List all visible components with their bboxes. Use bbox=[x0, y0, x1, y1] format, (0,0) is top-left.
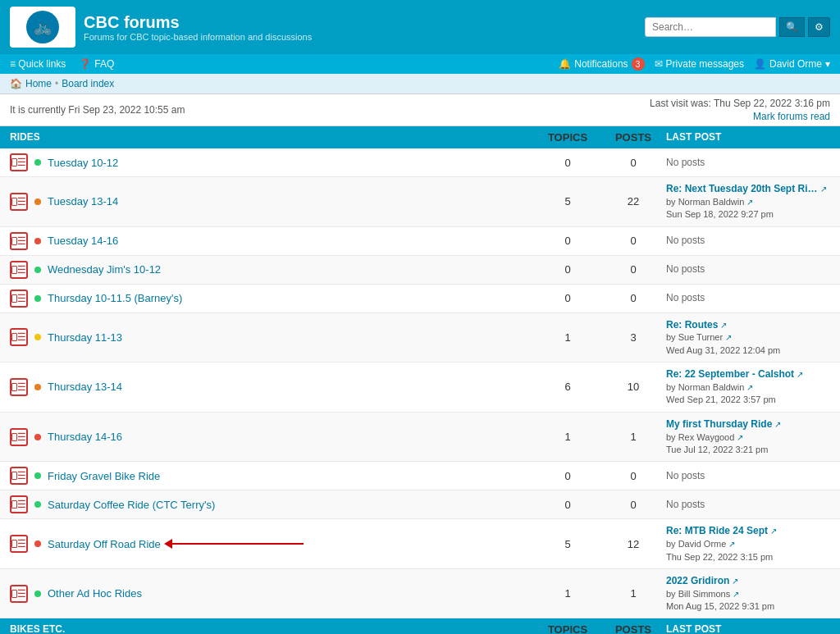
forum-link[interactable]: Tuesday 10-12 bbox=[48, 157, 118, 169]
table-row: ☰Friday Gravel Bike Ride00No posts bbox=[0, 462, 840, 490]
forum-last-post: Re: Routes ↗ by Sue Turner ↗ Wed Aug 31,… bbox=[666, 318, 830, 358]
status-dot bbox=[34, 472, 41, 479]
forum-last-post: No posts bbox=[666, 156, 830, 170]
forum-topics-count: 0 bbox=[535, 499, 600, 511]
forum-posts-count: 0 bbox=[600, 157, 666, 169]
forum-link[interactable]: Thursday 10-11.5 (Barney's) bbox=[48, 292, 182, 304]
forum-link[interactable]: Thursday 14-16 bbox=[48, 431, 122, 443]
status-dot bbox=[34, 434, 41, 440]
forum-link[interactable]: Friday Gravel Bike Ride bbox=[48, 470, 160, 482]
forum-link[interactable]: Saturday Coffee Ride (CTC Terry's) bbox=[48, 499, 215, 511]
table-row: ☰Tuesday 13-14522 Re: Next Tuesday 20th … bbox=[0, 177, 840, 227]
section-posts-header: POSTS bbox=[600, 131, 666, 144]
forum-link[interactable]: Thursday 13-14 bbox=[48, 381, 122, 393]
last-post-date: Thu Sep 22, 2022 3:15 pm bbox=[666, 551, 830, 563]
mark-forums-read-button[interactable]: Mark forums read bbox=[753, 111, 830, 122]
forum-name: Saturday Off Road Ride bbox=[48, 538, 161, 550]
user-menu[interactable]: 👤 David Orme ▾ bbox=[754, 58, 830, 70]
forum-name-cell: ☰Saturday Coffee Ride (CTC Terry's) bbox=[10, 495, 535, 513]
forum-name: Other Ad Hoc Rides bbox=[48, 587, 142, 600]
navbar: ≡ Quick links ❓ FAQ 🔔 Notifications 3 ✉ … bbox=[0, 54, 840, 74]
forum-last-post: No posts bbox=[666, 291, 830, 305]
table-row: ☰Thursday 13-14610 Re: 22 September - Ca… bbox=[0, 363, 840, 413]
forum-topics-count: 1 bbox=[535, 587, 600, 600]
section-topics-header: TOPICS bbox=[535, 131, 600, 144]
home-link[interactable]: Home bbox=[25, 78, 52, 89]
no-posts-label: No posts bbox=[666, 235, 705, 246]
infobar: It is currently Fri Sep 23, 2022 10:55 a… bbox=[0, 94, 840, 126]
advanced-search-button[interactable]: ⚙ bbox=[808, 17, 830, 37]
forum-last-post: Re: Next Tuesday 20th Sept Ri… ↗ by Norm… bbox=[666, 182, 830, 221]
status-dot bbox=[34, 267, 41, 273]
no-posts-label: No posts bbox=[666, 157, 705, 168]
forum-last-post: No posts bbox=[666, 469, 830, 483]
forum-name-cell: ☰Thursday 10-11.5 (Barney's) bbox=[10, 290, 535, 308]
last-post-title[interactable]: Re: Next Tuesday 20th Sept Ri… bbox=[666, 183, 818, 194]
notifications-button[interactable]: 🔔 Notifications 3 bbox=[559, 57, 644, 71]
table-row: ☰Saturday Off Road Ride512 Re: MTB Ride … bbox=[0, 519, 840, 569]
last-post-title[interactable]: 2022 Gridiron bbox=[666, 575, 729, 586]
forum-section-bikes: BIKES ETC. TOPICS POSTS LAST POST ☰Techn… bbox=[0, 618, 840, 634]
last-post-date: Sun Sep 18, 2022 9:27 pm bbox=[666, 208, 830, 221]
section-name: RIDES bbox=[10, 131, 535, 144]
forum-link[interactable]: Wednesday Jim's 10-12 bbox=[48, 263, 161, 276]
last-post-title[interactable]: My first Thursday Ride bbox=[666, 418, 772, 430]
search-input[interactable] bbox=[645, 17, 776, 37]
section-name: BIKES ETC. bbox=[10, 623, 535, 634]
forum-link[interactable]: Other Ad Hoc Rides bbox=[48, 587, 142, 600]
no-posts-label: No posts bbox=[666, 263, 705, 275]
profile-icon: ↗ bbox=[725, 333, 732, 342]
forum-name: Thursday 14-16 bbox=[48, 431, 122, 443]
last-post-by: by Bill Simmons ↗ bbox=[666, 588, 830, 600]
table-row: ☰Thursday 10-11.5 (Barney's)00No posts bbox=[0, 285, 840, 313]
section-header-bikes: BIKES ETC. TOPICS POSTS LAST POST bbox=[0, 618, 840, 634]
view-icon: ↗ bbox=[774, 420, 781, 429]
private-messages-label: Private messages bbox=[666, 58, 744, 70]
arrow-line bbox=[172, 543, 304, 545]
forum-section-rides: RIDES TOPICS POSTS LAST POST ☰Tuesday 10… bbox=[0, 126, 840, 618]
forum-posts-count: 0 bbox=[600, 263, 666, 276]
current-time: It is currently Fri Sep 23, 2022 10:55 a… bbox=[10, 104, 185, 116]
search-button[interactable]: 🔍 bbox=[779, 17, 805, 37]
forum-link[interactable]: Tuesday 14-16 bbox=[48, 235, 118, 247]
forum-name: Thursday 10-11.5 (Barney's) bbox=[48, 292, 182, 304]
forum-name-cell: ☰Tuesday 13-14 bbox=[10, 193, 535, 211]
forum-icon: ☰ bbox=[10, 232, 28, 250]
forum-last-post: No posts bbox=[666, 262, 830, 276]
forum-link[interactable]: Saturday Off Road Ride bbox=[48, 538, 161, 550]
profile-icon: ↗ bbox=[733, 590, 739, 599]
last-visit: Last visit was: Thu Sep 22, 2022 3:16 pm bbox=[650, 98, 830, 109]
status-dot bbox=[34, 238, 41, 244]
annotation-arrow bbox=[164, 539, 304, 549]
last-post-title[interactable]: Re: Routes bbox=[666, 319, 718, 331]
last-post-title[interactable]: Re: MTB Ride 24 Sept bbox=[666, 525, 768, 536]
message-icon: ✉ bbox=[655, 58, 663, 70]
site-subtitle: Forums for CBC topic-based information a… bbox=[84, 32, 312, 42]
faq-link[interactable]: ❓ FAQ bbox=[79, 58, 114, 70]
forum-icon: ☰ bbox=[10, 585, 28, 603]
forum-name: Thursday 11-13 bbox=[48, 331, 122, 344]
forum-posts-count: 0 bbox=[600, 292, 666, 304]
notifications-badge: 3 bbox=[632, 57, 645, 71]
forum-posts-count: 0 bbox=[600, 235, 666, 247]
no-posts-label: No posts bbox=[666, 470, 705, 481]
table-row: ☰Thursday 14-1611 My first Thursday Ride… bbox=[0, 413, 840, 463]
forum-name-cell: ☰Tuesday 10-12 bbox=[10, 153, 535, 171]
board-index-link[interactable]: Board index bbox=[62, 78, 114, 89]
forum-name-cell: ☰Tuesday 14-16 bbox=[10, 232, 535, 250]
forum-last-post: Re: MTB Ride 24 Sept ↗ by David Orme ↗ T… bbox=[666, 524, 830, 563]
forum-last-post: No posts bbox=[666, 234, 830, 248]
forum-last-post: Re: 22 September - Calshot ↗ by Norman B… bbox=[666, 367, 830, 407]
last-post-by: by Rex Waygood ↗ bbox=[666, 431, 830, 444]
forum-icon: ☰ bbox=[10, 193, 28, 211]
quick-links-menu[interactable]: ≡ Quick links bbox=[10, 58, 66, 70]
last-post-date: Wed Aug 31, 2022 12:04 pm bbox=[666, 344, 830, 357]
last-post-date: Tue Jul 12, 2022 3:21 pm bbox=[666, 444, 830, 456]
user-label: David Orme bbox=[769, 58, 822, 70]
forum-icon: ☰ bbox=[10, 328, 28, 346]
forum-link[interactable]: Tuesday 13-14 bbox=[48, 195, 118, 208]
forum-topics-count: 0 bbox=[535, 157, 600, 169]
forum-link[interactable]: Thursday 11-13 bbox=[48, 331, 122, 344]
last-post-title[interactable]: Re: 22 September - Calshot bbox=[666, 368, 794, 380]
private-messages-button[interactable]: ✉ Private messages bbox=[655, 58, 744, 70]
